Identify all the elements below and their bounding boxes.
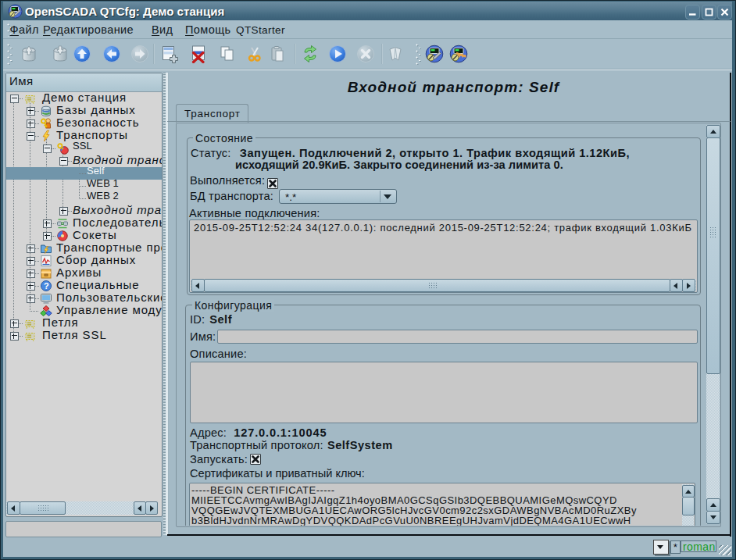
svg-text:?: ? [44,281,49,291]
